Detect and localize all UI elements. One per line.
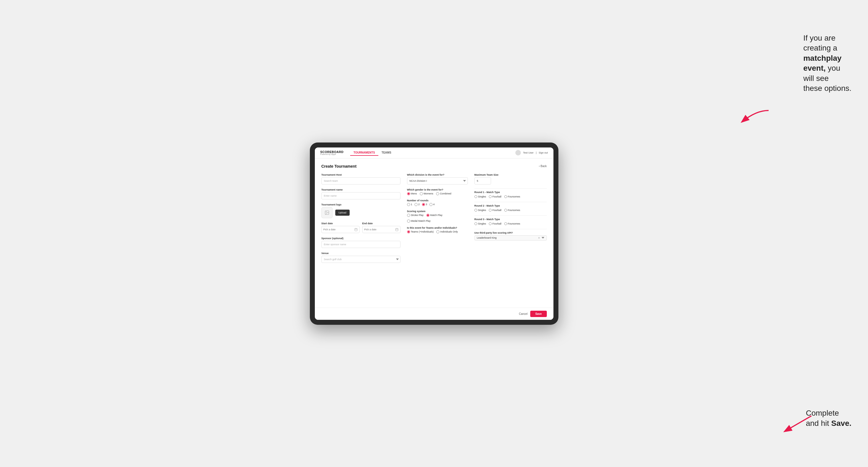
divider-4 <box>474 229 547 229</box>
scoring-match[interactable]: Match Play <box>426 214 443 217</box>
round3-foursomes[interactable]: Foursomes <box>504 222 520 225</box>
max-team-size-input[interactable] <box>474 177 491 185</box>
svg-rect-2 <box>354 228 357 231</box>
teams-label-item: Teams (+Individuals) <box>411 230 434 233</box>
gender-womens[interactable]: Womens <box>420 192 433 195</box>
round2-singles[interactable]: Singles <box>474 209 486 212</box>
divider-2 <box>474 202 547 202</box>
save-button[interactable]: Save <box>530 311 547 317</box>
venue-dropdown-icon <box>396 258 399 261</box>
rounds-2[interactable]: 2 <box>414 203 420 206</box>
max-team-size-group: Maximum Team Size <box>474 174 547 185</box>
gender-combined-label: Combined <box>440 192 451 195</box>
teams-option[interactable]: Teams (+Individuals) <box>407 230 434 234</box>
scoring-stroke-label: Stroke Play <box>411 214 424 217</box>
upload-button[interactable]: Upload <box>335 210 350 216</box>
end-date-input[interactable] <box>364 228 395 231</box>
round2-fourball-radio[interactable] <box>489 209 492 212</box>
venue-input[interactable] <box>321 256 400 263</box>
start-date-label: Start date <box>321 222 360 225</box>
start-date-input[interactable] <box>323 228 354 231</box>
gender-combined-radio[interactable] <box>436 192 439 195</box>
round1-singles-radio[interactable] <box>474 195 477 198</box>
scoring-medal[interactable]: Medal Match Play <box>407 220 431 223</box>
rounds-1-radio[interactable] <box>407 203 410 206</box>
individuals-label-item: Individuals Only <box>440 230 458 233</box>
round2-singles-radio[interactable] <box>474 209 477 212</box>
venue-wrapper <box>321 256 400 263</box>
round1-fourball[interactable]: Fourball <box>489 195 501 198</box>
search-team-input[interactable] <box>321 177 400 185</box>
avatar <box>515 150 521 155</box>
rounds-1-label: 1 <box>411 203 412 206</box>
page-title: Create Tournament <box>321 164 356 168</box>
rounds-label: Number of rounds <box>407 199 468 202</box>
host-label: Tournament Host <box>321 174 400 176</box>
cancel-button[interactable]: Cancel <box>519 312 527 315</box>
round3-match-type: Singles Fourball Foursomes <box>474 222 547 225</box>
round3-fourball-radio[interactable] <box>489 222 492 225</box>
round2-foursomes[interactable]: Foursomes <box>504 209 520 212</box>
name-input[interactable] <box>321 192 400 199</box>
scoring-stroke-radio[interactable] <box>407 214 410 217</box>
round1-foursomes-label: Foursomes <box>508 195 520 198</box>
round1-fourball-radio[interactable] <box>489 195 492 198</box>
teams-label: Is this event for Teams and/or Individua… <box>407 226 468 229</box>
gender-radio-group: Mens Womens Combined <box>407 192 468 195</box>
form-header: Create Tournament Back <box>321 164 547 168</box>
rounds-2-radio[interactable] <box>414 203 417 206</box>
scoring-medal-radio[interactable] <box>407 220 410 223</box>
round3-singles-radio[interactable] <box>474 222 477 225</box>
tournament-logo-group: Tournament logo Upload <box>321 203 400 218</box>
round1-foursomes[interactable]: Foursomes <box>504 195 520 198</box>
logo-label: Tournament logo <box>321 203 400 206</box>
round3-group: Round 3 - Match Type Singles Fourball <box>474 218 547 225</box>
rounds-4-radio[interactable] <box>429 203 432 206</box>
scoring-match-radio[interactable] <box>426 214 429 217</box>
round2-foursomes-radio[interactable] <box>504 209 507 212</box>
tab-teams[interactable]: TEAMS <box>378 150 395 156</box>
round1-singles-label: Singles <box>478 195 486 198</box>
round1-foursomes-radio[interactable] <box>504 195 507 198</box>
scoring-radio-group: Stroke Play Match Play Medal Match Play <box>407 214 468 223</box>
round2-fourball[interactable]: Fourball <box>489 209 501 212</box>
rounds-4[interactable]: 4 <box>429 203 435 206</box>
division-select[interactable]: NCAA Division I NCAA Division II NCAA Di… <box>407 177 468 185</box>
api-label: Use third-party live scoring API? <box>474 231 547 234</box>
gender-label: Which gender is the event for? <box>407 188 468 191</box>
teams-radio-group: Teams (+Individuals) Individuals Only <box>407 230 468 234</box>
end-date-label: End date <box>362 222 400 225</box>
round2-fourball-label: Fourball <box>492 209 501 212</box>
api-tag-close-icon[interactable]: × <box>538 237 540 240</box>
round3-foursomes-radio[interactable] <box>504 222 507 225</box>
rounds-3-radio[interactable] <box>422 203 425 206</box>
round3-singles[interactable]: Singles <box>474 222 486 225</box>
rounds-1[interactable]: 1 <box>407 203 412 206</box>
date-row: Start date End date <box>321 222 400 233</box>
sponsor-input[interactable] <box>321 241 400 248</box>
gender-combined[interactable]: Combined <box>436 192 451 195</box>
gender-mens[interactable]: Mens <box>407 192 417 195</box>
tab-tournaments[interactable]: TOURNAMENTS <box>350 150 378 156</box>
venue-group: Venue <box>321 252 400 263</box>
individuals-radio[interactable] <box>436 230 439 234</box>
back-link[interactable]: Back <box>539 165 547 168</box>
sponsor-group: Sponsor (optional) <box>321 237 400 248</box>
rounds-3[interactable]: 3 <box>422 203 427 206</box>
scoring-stroke[interactable]: Stroke Play <box>407 214 424 217</box>
gender-mens-radio[interactable] <box>407 192 410 195</box>
end-date-wrapper <box>362 226 400 233</box>
rounds-2-label: 2 <box>418 203 420 206</box>
sign-out-link[interactable]: Sign out <box>538 151 548 154</box>
round3-foursomes-label: Foursomes <box>508 222 520 225</box>
individuals-option[interactable]: Individuals Only <box>436 230 458 234</box>
rounds-4-label: 4 <box>433 203 435 206</box>
round3-fourball[interactable]: Fourball <box>489 222 501 225</box>
scoring-match-label: Match Play <box>430 214 443 217</box>
round1-singles[interactable]: Singles <box>474 195 486 198</box>
main-content: Create Tournament Back Tournament Host T… <box>315 158 553 308</box>
col-right: Maximum Team Size Round 1 - Match Type S… <box>474 174 547 267</box>
gender-womens-radio[interactable] <box>420 192 423 195</box>
start-date-wrapper <box>321 226 360 233</box>
teams-radio[interactable] <box>407 230 410 234</box>
